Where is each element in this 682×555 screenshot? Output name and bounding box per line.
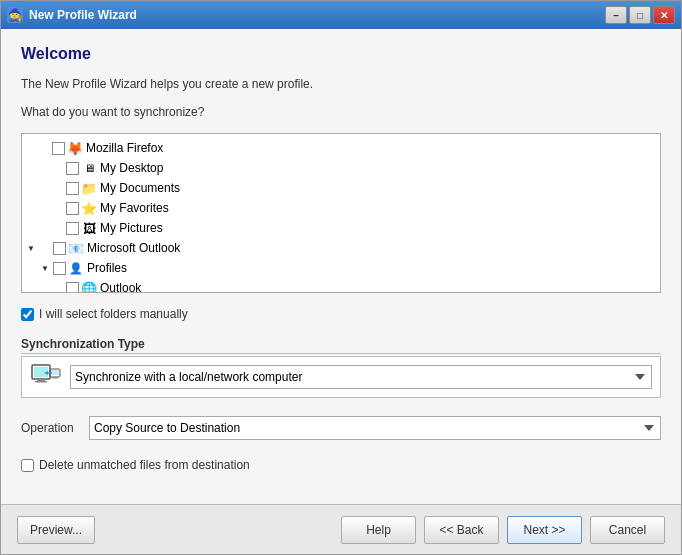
close-button[interactable]: ✕ (653, 6, 675, 24)
tree-checkbox[interactable] (66, 282, 79, 294)
tree-checkbox[interactable] (66, 182, 79, 195)
welcome-heading: Welcome (21, 45, 661, 63)
help-button[interactable]: Help (341, 516, 416, 544)
bottom-bar: Preview... Help << Back Next >> Cancel (1, 504, 681, 554)
preview-button[interactable]: Preview... (17, 516, 95, 544)
profiles-icon: 👤 (68, 260, 84, 276)
desktop-icon: 🖥 (81, 160, 97, 176)
documents-icon: 📁 (81, 180, 97, 196)
sync-type-frame: Synchronize with a local/network compute… (21, 356, 661, 398)
window-title: New Profile Wizard (29, 8, 605, 22)
back-button[interactable]: << Back (424, 516, 499, 544)
tree-checkbox[interactable] (66, 162, 79, 175)
expand-icon[interactable]: ▼ (38, 261, 52, 275)
svg-rect-2 (37, 379, 45, 381)
list-item[interactable]: 🖼 My Pictures (24, 218, 658, 238)
svg-rect-3 (35, 381, 47, 383)
sync-icon-svg (30, 363, 62, 391)
delete-unmatched-row: Delete unmatched files from destination (21, 458, 661, 472)
sync-question-label: What do you want to synchronize? (21, 105, 661, 119)
tree-checkbox[interactable] (53, 242, 66, 255)
content-area: Welcome The New Profile Wizard helps you… (1, 29, 681, 504)
tree-scroll-content: 🦊 Mozilla Firefox 🖥 My Desktop (22, 134, 660, 293)
tree-checkbox[interactable] (53, 262, 66, 275)
maximize-button[interactable]: □ (629, 6, 651, 24)
delete-unmatched-label: Delete unmatched files from destination (39, 458, 250, 472)
manual-select-checkbox[interactable] (21, 308, 34, 321)
tree-checkbox[interactable] (66, 222, 79, 235)
firefox-icon: 🦊 (67, 140, 83, 156)
sync-type-heading: Synchronization Type (21, 337, 661, 351)
pictures-icon: 🖼 (81, 220, 97, 236)
list-item[interactable]: 🌐 Outlook (24, 278, 658, 293)
list-item[interactable]: 📁 My Documents (24, 178, 658, 198)
sync-items-tree[interactable]: 🦊 Mozilla Firefox 🖥 My Desktop (21, 133, 661, 293)
manual-select-label: I will select folders manually (39, 307, 188, 321)
operation-select[interactable]: Copy Source to Destination Mirror Source… (89, 416, 661, 440)
sync-computer-icon (30, 363, 62, 391)
delete-unmatched-checkbox[interactable] (21, 459, 34, 472)
bottom-bar-right: Help << Back Next >> Cancel (341, 516, 665, 544)
list-item[interactable]: 🦊 Mozilla Firefox (24, 138, 658, 158)
operation-row: Operation Copy Source to Destination Mir… (21, 416, 661, 440)
svg-rect-6 (52, 377, 58, 379)
tree-checkbox[interactable] (52, 142, 65, 155)
minimize-button[interactable]: – (605, 6, 627, 24)
list-item[interactable]: ⭐ My Favorites (24, 198, 658, 218)
sync-type-section: Synchronization Type (21, 335, 661, 398)
list-item[interactable]: 🖥 My Desktop (24, 158, 658, 178)
main-window: 🧙 New Profile Wizard – □ ✕ Welcome The N… (0, 0, 682, 555)
next-button[interactable]: Next >> (507, 516, 582, 544)
title-bar: 🧙 New Profile Wizard – □ ✕ (1, 1, 681, 29)
manual-select-row: I will select folders manually (21, 307, 661, 321)
tree-checkbox[interactable] (66, 202, 79, 215)
svg-rect-1 (34, 367, 48, 377)
cancel-button[interactable]: Cancel (590, 516, 665, 544)
description-text: The New Profile Wizard helps you create … (21, 77, 661, 91)
bottom-bar-left: Preview... (17, 516, 341, 544)
window-icon: 🧙 (7, 7, 23, 23)
operation-label: Operation (21, 421, 81, 435)
window-controls: – □ ✕ (605, 6, 675, 24)
favorites-icon: ⭐ (81, 200, 97, 216)
outlook-sub-icon: 🌐 (81, 280, 97, 293)
list-item[interactable]: ▼ 👤 Profiles (24, 258, 658, 278)
sync-dropdown-row: Synchronize with a local/network compute… (30, 363, 652, 391)
expand-icon[interactable]: ▼ (24, 241, 38, 255)
svg-rect-5 (51, 370, 59, 375)
list-item[interactable]: ▼ 📧 Microsoft Outlook (24, 238, 658, 258)
sync-type-select[interactable]: Synchronize with a local/network compute… (70, 365, 652, 389)
outlook-icon: 📧 (68, 240, 84, 256)
